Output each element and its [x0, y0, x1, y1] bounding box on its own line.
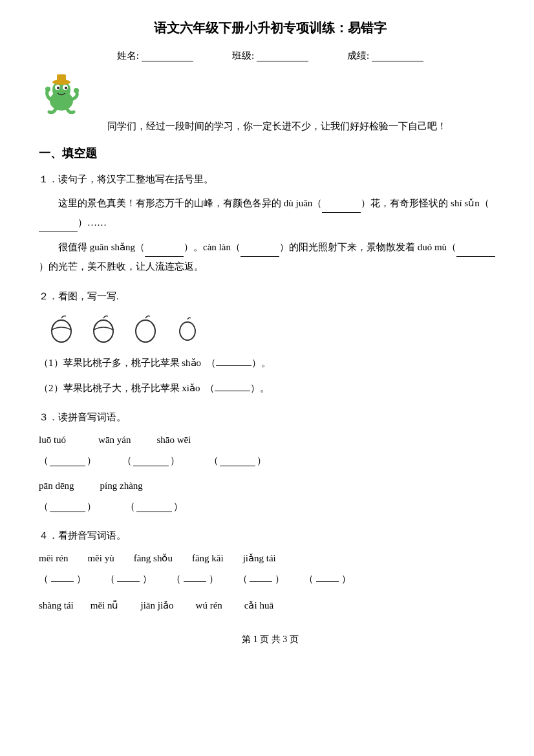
- q4-b2: （ ）: [105, 570, 153, 588]
- q4-p10: cǎi huā: [244, 597, 273, 614]
- intro-text: 同学们，经过一段时间的学习，你一定长进不少，让我们好好检验一下自己吧！: [39, 120, 502, 133]
- q3-blank-2: （）: [122, 452, 180, 470]
- blank-jiangtai[interactable]: [316, 572, 339, 582]
- q4-p9: wú rén: [196, 597, 222, 614]
- q3-label: ３．读拼音写词语。: [39, 409, 502, 426]
- q2-sub1: （1）苹果比桃子多，桃子比苹果 shǎo （）。: [39, 354, 502, 373]
- q3-blank-5: （）: [125, 498, 183, 515]
- section1-title: 一、填空题: [39, 146, 502, 161]
- q1-label: １．读句子，将汉字工整地写在括号里。: [39, 171, 502, 188]
- svg-point-8: [45, 87, 50, 92]
- q3-pinyin-4: pān dēng: [39, 477, 74, 495]
- blank-xiao[interactable]: [215, 381, 250, 391]
- q4-b5: （ ）: [304, 570, 351, 588]
- q3-pinyin-3: shāo wēi: [157, 431, 191, 449]
- q4-p3: fàng shǒu: [134, 550, 173, 567]
- blank-pandeng[interactable]: [50, 502, 85, 512]
- question-1: １．读句子，将汉字工整地写在括号里。 这里的景色真美！有形态万千的山峰，有颜色各…: [39, 171, 502, 276]
- name-field: 姓名:: [117, 50, 193, 62]
- q4-label: ４．看拼音写词语。: [39, 527, 502, 545]
- svg-point-10: [52, 320, 71, 342]
- blank-meiren[interactable]: [51, 572, 74, 582]
- name-blank: [142, 51, 193, 61]
- svg-point-11: [94, 320, 113, 342]
- svg-point-13: [180, 322, 195, 340]
- apple3-icon: [129, 312, 162, 344]
- mascot-area: [39, 72, 502, 117]
- q3-pinyin-1: luō tuó: [39, 431, 66, 449]
- class-blank: [257, 51, 308, 61]
- q4-p7: měi nǚ: [91, 597, 119, 614]
- blank-guanshang[interactable]: [145, 246, 184, 257]
- q1-para2: 很值得 guān shǎng（）。càn làn（）的阳光照射下来，景物散发着 …: [39, 237, 502, 276]
- apple1-icon: [45, 312, 78, 344]
- question-2: ２．看图，写一写. （1）苹果比桃子多，桃子比苹果 shǎo （）。 （2）苹果…: [39, 288, 502, 397]
- q3-blank-4: （）: [39, 498, 96, 515]
- q3-row2-blanks: （） （）: [39, 498, 502, 515]
- q4-row1-pinyin: mēi rén měi yù fàng shǒu fāng kāi jiǎng …: [39, 550, 502, 567]
- page-footer: 第 1 页 共 3 页: [39, 634, 502, 645]
- svg-point-4: [57, 87, 59, 89]
- q3-row2-pinyin: pān dēng píng zhàng: [39, 477, 502, 495]
- svg-rect-7: [57, 74, 66, 83]
- q3-blank-1: （）: [39, 452, 96, 470]
- blank-shaowei[interactable]: [220, 456, 255, 466]
- blank-fangshou[interactable]: [184, 572, 206, 582]
- q4-p5: jiǎng tái: [243, 550, 276, 567]
- score-label: 成绩:: [347, 50, 369, 62]
- q3-pinyin-2: wān yán: [98, 431, 131, 449]
- blank-wanyan[interactable]: [133, 456, 169, 466]
- q4-p6: shàng tái: [39, 597, 74, 614]
- blank-shisun[interactable]: [39, 222, 78, 232]
- svg-point-12: [136, 320, 155, 342]
- fruits-row: [45, 312, 502, 344]
- score-field: 成绩:: [347, 50, 423, 62]
- class-field: 班级:: [232, 50, 308, 62]
- q4-p4: fāng kāi: [192, 550, 224, 567]
- q4-p2: měi yù: [87, 550, 114, 567]
- blank-canlan[interactable]: [240, 246, 279, 257]
- apple2-icon: [87, 312, 120, 344]
- question-3: ３．读拼音写词语。 luō tuó wān yán shāo wēi （） （）…: [39, 409, 502, 515]
- q3-blank-3: （）: [209, 452, 266, 470]
- q4-b4: （ ）: [238, 570, 285, 588]
- blank-shao[interactable]: [216, 356, 251, 366]
- page-title: 语文六年级下册小升初专项训练：易错字: [39, 19, 502, 37]
- blank-luotuo[interactable]: [50, 456, 85, 466]
- q4-p1: mēi rén: [39, 550, 68, 567]
- q3-pinyin-5: píng zhàng: [100, 477, 143, 495]
- blank-duomu[interactable]: [456, 246, 495, 257]
- blank-meiyu[interactable]: [117, 572, 140, 582]
- mascot-icon: [39, 72, 84, 114]
- q4-b1: （ ）: [39, 570, 86, 588]
- q4-b3: （ ）: [171, 570, 219, 588]
- q4-row2-pinyin: shàng tái měi nǚ jiān jiǎo wú rén cǎi hu…: [39, 597, 502, 614]
- blank-dujuan[interactable]: [322, 202, 361, 213]
- class-label: 班级:: [232, 50, 254, 62]
- q2-sub2: （2）苹果比桃子大，桃子比苹果 xiǎo （）。: [39, 379, 502, 398]
- name-label: 姓名:: [117, 50, 139, 62]
- header-row: 姓名: 班级: 成绩:: [39, 50, 502, 62]
- score-blank: [372, 51, 423, 61]
- q3-row1-pinyin: luō tuó wān yán shāo wēi: [39, 431, 502, 449]
- blank-fangkai[interactable]: [250, 572, 272, 582]
- q2-label: ２．看图，写一写.: [39, 288, 502, 305]
- peach-icon: [171, 312, 204, 344]
- q4-row1-blanks: （ ） （ ） （ ） （ ） （ ）: [39, 570, 502, 588]
- svg-point-9: [74, 88, 79, 93]
- q1-para1: 这里的景色真美！有形态万千的山峰，有颜色各异的 dù juān（）花，有奇形怪状…: [39, 193, 502, 232]
- q3-row1-blanks: （） （） （）: [39, 452, 502, 470]
- question-4: ４．看拼音写词语。 mēi rén měi yù fàng shǒu fāng …: [39, 527, 502, 614]
- blank-pingzhang[interactable]: [136, 502, 172, 512]
- q4-p8: jiān jiǎo: [141, 597, 174, 614]
- svg-point-5: [65, 87, 67, 89]
